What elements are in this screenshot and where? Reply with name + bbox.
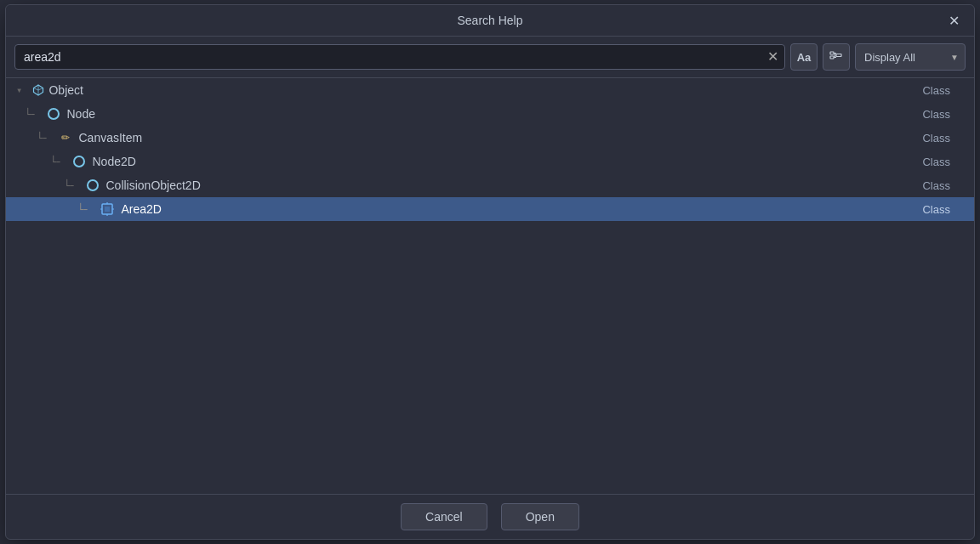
open-button[interactable]: Open <box>501 503 579 530</box>
label-object: Object <box>48 83 83 97</box>
indent-node: └╴ <box>25 108 44 121</box>
tree-item-collisionobject2d[interactable]: └╴ CollisionObject2D Class <box>6 173 974 197</box>
search-help-dialog: Search Help ✕ ✕ Aa Display All Classes O… <box>5 4 975 540</box>
type-node2d: Class <box>922 156 964 168</box>
label-area2d: Area2D <box>121 202 161 216</box>
hierarchy-icon <box>829 50 843 64</box>
tree-item-area2d[interactable]: └╴ Area2D Class <box>6 197 974 221</box>
cube-icon-object <box>31 83 45 97</box>
search-bar: ✕ Aa Display All Classes Only Members On… <box>6 37 974 78</box>
indent-area2d: └╴ <box>77 203 97 216</box>
type-canvasitem: Class <box>922 132 964 144</box>
area2d-icon <box>100 202 114 216</box>
indent-collision: └╴ <box>64 179 83 192</box>
svg-rect-7 <box>105 207 110 212</box>
titlebar: Search Help ✕ <box>6 5 974 37</box>
circle-icon-node <box>48 108 60 120</box>
tree-item-node[interactable]: └╴ Node Class <box>6 102 974 126</box>
label-canvasitem: CanvasItem <box>78 131 142 144</box>
display-dropdown-wrapper: Display All Classes Only Members Only ▼ <box>855 43 966 71</box>
results-area: ▾ Object Class └╴ Node Class <box>6 78 974 494</box>
match-case-button[interactable]: Aa <box>790 43 818 71</box>
circle-icon-collision <box>87 179 99 191</box>
svg-rect-0 <box>830 52 834 54</box>
cancel-button[interactable]: Cancel <box>401 503 487 530</box>
close-button[interactable]: ✕ <box>943 10 964 31</box>
dialog-title: Search Help <box>457 14 522 27</box>
tree-item-node2d[interactable]: └╴ Node2D Class <box>6 150 974 173</box>
tree-item-canvasitem[interactable]: └╴ ✏ CanvasItem Class <box>6 126 974 150</box>
label-node2d: Node2D <box>92 155 135 168</box>
type-node: Class <box>922 108 964 121</box>
svg-rect-2 <box>836 54 841 57</box>
footer: Cancel Open <box>6 494 974 539</box>
hierarchy-button[interactable] <box>823 43 850 71</box>
circle-icon-node2d <box>73 156 85 167</box>
pencil-icon-canvasitem: ✏ <box>60 132 71 144</box>
indent-node2d: └╴ <box>50 156 70 168</box>
label-node: Node <box>66 107 94 121</box>
type-collisionobject2d: Class <box>922 179 964 192</box>
type-object: Class <box>922 84 964 97</box>
indent-object: ▾ <box>16 84 28 96</box>
display-dropdown[interactable]: Display All Classes Only Members Only <box>855 43 966 71</box>
clear-search-button[interactable]: ✕ <box>767 50 778 64</box>
type-area2d: Class <box>922 203 964 216</box>
search-input-wrapper: ✕ <box>14 44 785 70</box>
label-collisionobject2d: CollisionObject2D <box>105 178 200 192</box>
indent-canvasitem: └╴ <box>37 132 56 144</box>
svg-rect-1 <box>830 56 834 59</box>
tree-item-object[interactable]: ▾ Object Class <box>6 78 974 102</box>
search-input[interactable] <box>14 44 785 70</box>
